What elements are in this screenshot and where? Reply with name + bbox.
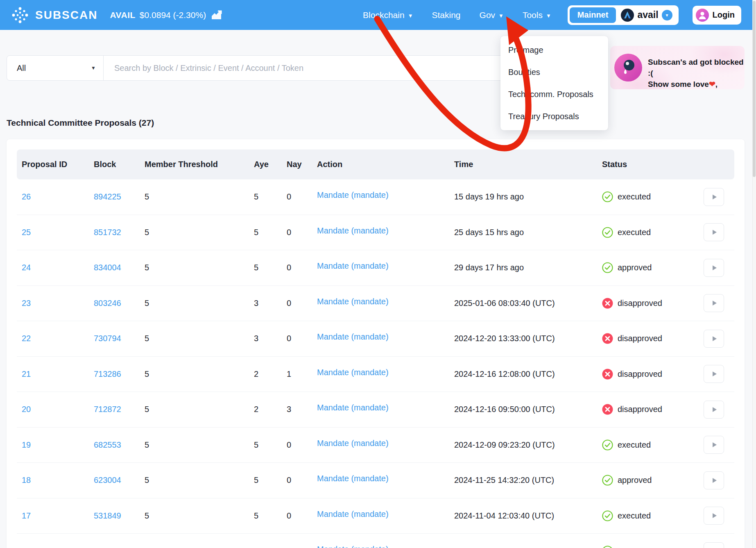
action-link[interactable]: Mandate (mandate) [312, 261, 449, 271]
check-circle-icon [602, 191, 613, 202]
expand-row-button[interactable] [704, 436, 724, 454]
nav-item-label: Gov [480, 10, 496, 20]
x-circle-icon [602, 333, 613, 344]
proposal-id-link[interactable]: 17 [17, 511, 89, 521]
nav-item-label: Blockchain [363, 10, 405, 20]
action-link[interactable]: Mandate (mandate) [312, 297, 449, 306]
nay-value: 0 [282, 511, 312, 521]
aye-value: 5 [249, 192, 282, 202]
table-row: Mandate (mandate) [17, 534, 734, 548]
nay-value: 3 [282, 405, 312, 414]
action-link[interactable]: Mandate (mandate) [312, 190, 449, 200]
status-cell: executed [597, 439, 699, 451]
page-title: Technical Committee Proposals (27) [7, 118, 154, 128]
proposal-id-link[interactable]: 22 [17, 334, 89, 343]
proposal-id-link[interactable]: 24 [17, 263, 89, 272]
gov-menu-item[interactable]: Bounties [500, 61, 608, 83]
expand-row-button[interactable] [704, 471, 724, 489]
time-value: 2024-12-20 13:33:00 (UTC) [449, 334, 597, 343]
network-name: avail [637, 9, 658, 20]
main-nav: Blockchain ▼ Staking Gov ▼ Tools ▼ [363, 10, 551, 20]
status-cell: disapproved [597, 369, 699, 380]
search-filter-select[interactable]: All ▼ [7, 56, 104, 80]
member-threshold-value: 5 [140, 334, 249, 343]
login-button[interactable]: Login [693, 6, 741, 25]
expand-row-button[interactable] [704, 401, 724, 419]
nav-item[interactable]: Blockchain ▼ [363, 10, 413, 20]
time-value: 2024-12-16 09:50:00 (UTC) [449, 405, 597, 414]
check-circle-icon [602, 546, 613, 548]
status-cell: approved [597, 262, 699, 273]
check-circle-icon [602, 262, 613, 273]
expand-row-button[interactable] [704, 294, 724, 312]
nav-item[interactable]: Staking [432, 10, 461, 20]
expand-row-button[interactable] [704, 223, 724, 241]
proposal-id-link[interactable]: 20 [17, 405, 89, 414]
table-row: 24 834004 5 5 0 Mandate (mandate) 29 day… [17, 250, 734, 286]
action-link[interactable]: Mandate (mandate) [312, 439, 449, 448]
table-row: 23 803246 5 3 0 Mandate (mandate) 2025-0… [17, 286, 734, 322]
aye-value: 3 [249, 299, 282, 308]
proposal-id-link[interactable]: 18 [17, 476, 89, 485]
block-link[interactable]: 531849 [89, 511, 140, 521]
member-threshold-value: 5 [140, 405, 249, 414]
block-link[interactable]: 851732 [89, 228, 140, 237]
block-link[interactable]: 834004 [89, 263, 140, 272]
gov-menu-item[interactable]: Tech. comm. Proposals [500, 83, 608, 105]
col-block: Block [89, 160, 140, 169]
block-link[interactable]: 803246 [89, 299, 140, 308]
action-link[interactable]: Mandate (mandate) [312, 332, 449, 342]
block-link[interactable]: 712872 [89, 405, 140, 414]
proposal-id-link[interactable]: 26 [17, 192, 89, 202]
gov-menu-item[interactable]: Treasury Proposals [500, 105, 608, 127]
member-threshold-value: 5 [140, 440, 249, 450]
scrollbar-thumb[interactable] [753, 1, 756, 177]
mainnet-button[interactable]: Mainnet [570, 7, 616, 23]
block-link[interactable]: 623004 [89, 476, 140, 485]
member-threshold-value: 5 [140, 263, 249, 272]
table-row: 17 531849 5 5 0 Mandate (mandate) 2024-1… [17, 498, 734, 534]
expand-row-button[interactable] [704, 507, 724, 525]
member-threshold-value: 5 [140, 511, 249, 521]
token-price-group: AVAIL $0.0894 (-2.30%) [110, 10, 222, 20]
col-aye: Aye [249, 160, 282, 169]
ad-line1: Subscan's ad got blocked :( [648, 57, 745, 79]
proposal-id-link[interactable]: 23 [17, 299, 89, 308]
expand-row-button[interactable] [704, 259, 724, 277]
action-link[interactable]: Mandate (mandate) [312, 226, 449, 236]
nav-item-label: Tools [523, 10, 543, 20]
member-threshold-value: 5 [140, 299, 249, 308]
nav-item[interactable]: Tools ▼ [523, 10, 551, 20]
aye-value: 5 [249, 476, 282, 485]
proposal-id-link[interactable]: 19 [17, 440, 89, 450]
time-value: 2025-01-06 08:03:40 (UTC) [449, 299, 597, 308]
subscan-brand[interactable]: SUBSCAN [11, 6, 97, 25]
chevron-down-icon: ▼ [546, 12, 551, 18]
check-circle-icon [602, 510, 613, 521]
network-chevron-down-icon[interactable]: ▾ [662, 10, 672, 20]
subscan-logo-icon [11, 6, 29, 25]
table-row: 18 623004 5 5 0 Mandate (mandate) 2024-1… [17, 463, 734, 498]
expand-row-button[interactable] [704, 365, 724, 383]
proposal-id-link[interactable]: 21 [17, 369, 89, 379]
play-icon [713, 407, 717, 412]
nay-value: 0 [282, 476, 312, 485]
proposal-id-link[interactable]: 25 [17, 228, 89, 237]
gov-menu-item[interactable]: Preimage [500, 39, 608, 61]
action-link[interactable]: Mandate (mandate) [312, 368, 449, 377]
block-link[interactable]: 894225 [89, 192, 140, 202]
expand-row-button[interactable] [704, 188, 724, 206]
action-link[interactable]: Mandate (mandate) [312, 510, 449, 519]
action-link[interactable]: Mandate (mandate) [312, 403, 449, 412]
action-link[interactable]: Mandate (mandate) [312, 545, 449, 548]
price-chart-icon[interactable] [211, 10, 222, 20]
nav-item[interactable]: Gov ▼ [480, 10, 504, 20]
block-link[interactable]: 682553 [89, 440, 140, 450]
expand-row-button[interactable] [704, 542, 724, 548]
col-action: Action [312, 160, 449, 169]
action-link[interactable]: Mandate (mandate) [312, 474, 449, 483]
network-name-group[interactable]: avail ▾ [616, 9, 676, 22]
block-link[interactable]: 730794 [89, 334, 140, 343]
expand-row-button[interactable] [704, 330, 724, 348]
block-link[interactable]: 713286 [89, 369, 140, 379]
